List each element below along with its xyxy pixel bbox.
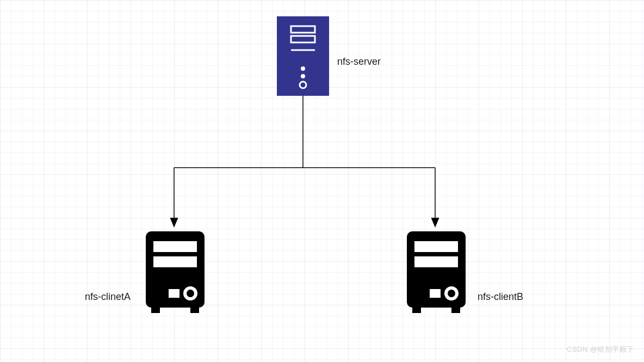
svg-rect-17 xyxy=(169,289,179,298)
server-label: nfs-server xyxy=(337,56,381,68)
svg-rect-14 xyxy=(190,308,199,313)
svg-rect-5 xyxy=(277,16,329,96)
client-b-icon xyxy=(407,231,466,313)
client-b-node xyxy=(407,231,466,313)
client-a-icon xyxy=(146,231,205,313)
client-a-label: nfs-clinetA xyxy=(85,291,131,303)
server-node xyxy=(277,16,329,96)
watermark-text: CSDN @错别字殿下 xyxy=(567,345,634,354)
svg-point-10 xyxy=(301,74,305,78)
svg-rect-21 xyxy=(451,308,460,313)
svg-point-9 xyxy=(301,66,305,71)
server-icon xyxy=(277,16,329,96)
svg-rect-24 xyxy=(430,289,441,298)
client-a-node xyxy=(146,231,205,313)
svg-rect-22 xyxy=(414,241,458,252)
svg-rect-23 xyxy=(414,256,458,267)
svg-rect-15 xyxy=(153,241,197,252)
client-b-label: nfs-clientB xyxy=(478,291,523,303)
svg-rect-13 xyxy=(151,308,160,313)
svg-rect-16 xyxy=(153,256,197,267)
svg-rect-20 xyxy=(412,308,421,313)
